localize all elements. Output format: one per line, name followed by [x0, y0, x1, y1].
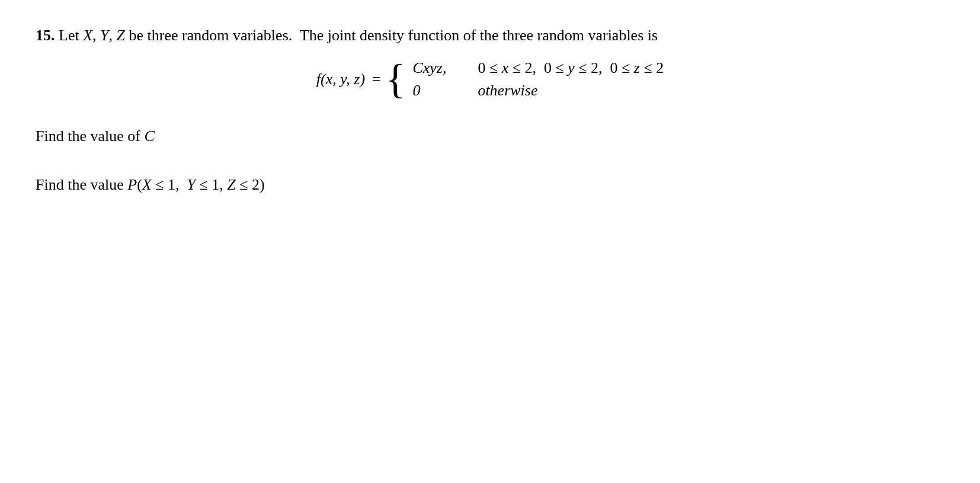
case2-condition: otherwise: [478, 82, 537, 100]
problem-statement: 15. Let X, Y, Z be three random variable…: [36, 24, 944, 47]
case-row-2: 0 otherwise: [412, 82, 664, 100]
formula-container: f(x, y, z) = { Cxyz, 0 ≤ x ≤ 2, 0 ≤ y ≤ …: [36, 59, 944, 100]
question-1: Find the value of C: [36, 124, 944, 149]
case-row-1: Cxyz, 0 ≤ x ≤ 2, 0 ≤ y ≤ 2, 0 ≤ z ≤ 2: [412, 59, 664, 77]
intro-text: Let X, Y, Z be three random variables. T…: [59, 27, 658, 44]
cases-block: Cxyz, 0 ≤ x ≤ 2, 0 ≤ y ≤ 2, 0 ≤ z ≤ 2 0 …: [412, 59, 664, 100]
case1-condition: 0 ≤ x ≤ 2, 0 ≤ y ≤ 2, 0 ≤ z ≤ 2: [478, 59, 664, 77]
question-2: Find the value P(X ≤ 1, Y ≤ 1, Z ≤ 2): [36, 172, 944, 197]
problem-container: 15. Let X, Y, Z be three random variable…: [36, 24, 944, 197]
equals-sign: =: [372, 71, 381, 88]
problem-number: 15.: [36, 27, 55, 44]
case1-expression: Cxyz,: [412, 59, 460, 77]
function-label: f(x, y, z): [316, 71, 365, 88]
case2-expression: 0: [412, 82, 460, 100]
left-brace: {: [386, 59, 406, 100]
